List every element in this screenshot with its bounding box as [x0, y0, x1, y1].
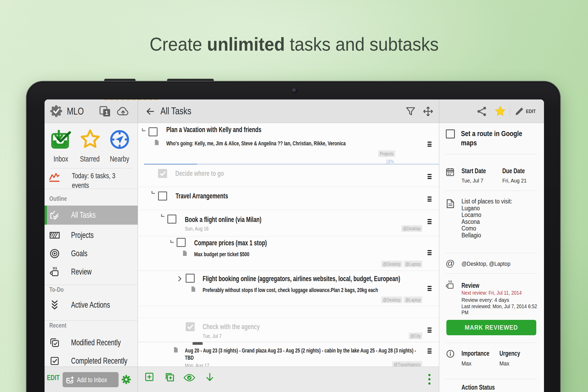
page-title-prefix: Create [150, 34, 207, 55]
sidebar-item-all-tasks[interactable]: All Tasks [45, 206, 138, 225]
task-checkbox[interactable] [167, 215, 176, 224]
sidebar-item-label: All Tasks [71, 210, 103, 220]
task-checkbox[interactable] [149, 127, 158, 136]
sidebar-section-outline: Outline [49, 195, 71, 202]
today-chart-icon[interactable] [49, 172, 60, 183]
goals-icon [49, 248, 60, 259]
detail-edit-button[interactable]: EDIT [526, 108, 537, 114]
task-date: Tue, Jul 7 [203, 333, 227, 339]
task-title[interactable]: Plan a Vacation with Kelly and friends [166, 125, 295, 134]
task-checkbox[interactable] [186, 274, 195, 283]
review-label: Review [461, 281, 484, 289]
filter-icon[interactable] [405, 106, 416, 117]
add-to-inbox-label: Add to Inbox [77, 376, 116, 384]
importance-label: Importance [461, 349, 497, 357]
selected-stripe [45, 206, 47, 225]
mlo-logo-icon [50, 105, 63, 117]
sidebar-item-active-actions[interactable]: Active Actions [71, 300, 122, 310]
move-icon[interactable] [423, 106, 433, 117]
move-down-icon[interactable] [205, 373, 214, 382]
divider [446, 343, 537, 343]
task-title[interactable]: Flight booking online (aggregators, airl… [203, 275, 439, 283]
sidebar-item-modified-recently[interactable]: Modified Recently [71, 338, 136, 347]
nearby-icon[interactable] [109, 129, 130, 150]
back-arrow-icon[interactable] [145, 106, 155, 116]
subtask-corner-icon [151, 191, 155, 194]
task-checkbox[interactable] [177, 238, 186, 247]
drag-handle-icon[interactable] [428, 197, 432, 202]
drag-handle-icon[interactable] [428, 250, 432, 255]
detail-checkbox[interactable] [446, 129, 455, 138]
task-list-title: All Tasks [160, 105, 199, 117]
progress-bar [144, 164, 439, 165]
task-toolbar [138, 367, 439, 392]
drag-handle-icon[interactable] [428, 286, 432, 291]
divider [446, 379, 537, 379]
task-checkbox-checked[interactable] [186, 322, 195, 331]
tag: @Desktop [381, 261, 402, 267]
add-task-icon[interactable] [145, 373, 154, 381]
sidebar-item-review[interactable]: Review [71, 267, 98, 277]
star-filled-icon[interactable] [495, 106, 506, 117]
action-status-label: Action Status [461, 383, 504, 391]
review-next: Next review: Fri, Jul 11, 2014 [461, 290, 533, 296]
start-date-label: Start Date [461, 167, 493, 175]
settings-gear-icon[interactable] [121, 374, 131, 385]
view-icon[interactable] [184, 374, 195, 382]
contexts-at-icon: @ [446, 258, 455, 268]
projects-icon [49, 230, 60, 241]
drag-handle-icon[interactable] [428, 174, 432, 179]
add-subtask-icon[interactable] [164, 372, 174, 382]
share-icon[interactable] [477, 106, 487, 116]
task-title[interactable]: Check with the agency [203, 323, 280, 331]
drag-handle-icon[interactable] [428, 349, 432, 354]
contexts-value[interactable]: @Desktop, @Laptop [461, 260, 516, 267]
more-menu-icon[interactable] [428, 374, 431, 385]
task-list-panel: All Tasks Plan a Vacation with Kelly and… [138, 99, 439, 392]
task-checkbox[interactable] [158, 191, 167, 201]
sidebar-item-completed-recently[interactable]: Completed Recently [71, 356, 138, 366]
subtask-corner-icon [170, 240, 174, 243]
task-title[interactable]: Travel Arrangements [176, 192, 247, 200]
sidebar-shortcut-nearby[interactable]: Nearby [101, 154, 138, 163]
cloud-sync-icon[interactable] [117, 107, 129, 116]
edit-pencil-icon[interactable] [515, 107, 524, 116]
sidebar-header: MLO 1 [45, 99, 138, 123]
sidebar-item-projects[interactable]: Projects [71, 230, 101, 240]
drag-handle-icon[interactable] [428, 219, 432, 224]
task-title[interactable]: Book a flight online (via Milan) [185, 215, 288, 224]
task-checkbox-checked[interactable] [158, 169, 167, 178]
app-screen: MLO 1 [45, 99, 544, 392]
add-to-inbox-button[interactable]: Add to Inbox [63, 372, 119, 387]
drag-handle-icon[interactable] [428, 328, 432, 333]
sidebar-today[interactable]: Today: 6 tasks, 3 events [72, 171, 128, 190]
tag-row: @Desktop @Laptop [381, 261, 422, 267]
note-icon [155, 140, 159, 145]
sidebar: MLO 1 [45, 99, 138, 392]
drag-handle-icon[interactable] [428, 142, 432, 147]
tag: @City [409, 333, 422, 339]
due-date-value[interactable]: Fri, Aug 21 [502, 177, 529, 184]
tag: @Laptop [404, 297, 422, 303]
sidebar-bottom-bar: EDIT Add to Inbox [45, 367, 138, 392]
start-date-value[interactable]: Tue, Jul 7 [461, 177, 486, 184]
sidebar-item-goals[interactable]: Goals [71, 249, 93, 258]
starred-icon[interactable] [80, 129, 101, 150]
tag: @Laptop [404, 261, 422, 267]
urgency-value[interactable]: Max [499, 360, 511, 367]
profiles-icon[interactable]: 1 [99, 106, 111, 117]
detail-note[interactable]: List of places to visit: Lugano Locarno … [461, 198, 518, 239]
mark-reviewed-button[interactable]: MARK REVIEWED [446, 320, 536, 335]
task-note: Who's going: Kelly, me, Jim & Alice, Ste… [166, 140, 409, 147]
tag-row: @Desktop @Laptop [381, 297, 422, 303]
expand-chevron-icon[interactable] [178, 276, 182, 282]
sidebar-edit-button[interactable]: EDIT [47, 373, 63, 382]
task-title[interactable]: Compare prices (max 1 stop) [194, 239, 293, 247]
importance-value[interactable]: Max [461, 360, 473, 367]
all-tasks-icon [49, 210, 60, 220]
inbox-icon[interactable] [50, 129, 71, 150]
review-cup-icon [445, 280, 455, 290]
tag-row: Projects [378, 150, 395, 157]
task-title[interactable]: Decide where to go [175, 169, 241, 178]
task-note: Max budget per ticket $500 [194, 251, 269, 258]
